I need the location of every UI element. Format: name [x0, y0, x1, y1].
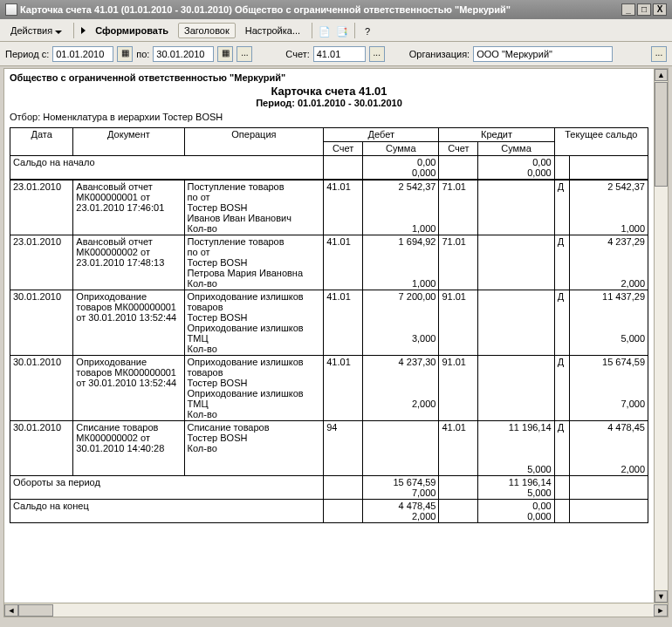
end-d: 4 478,452,000 [363, 500, 439, 523]
start-c: 0,000,000 [478, 156, 554, 181]
report-area: Общество с ограниченной ответственностью… [3, 68, 669, 617]
col-op: Операция [184, 128, 324, 156]
minimize-button[interactable]: _ [621, 3, 635, 16]
table-row[interactable]: 30.01.2010Оприходование товаров МК000000… [10, 356, 648, 421]
save-icon[interactable]: 📄 [318, 24, 332, 37]
scroll-down-icon[interactable]: ▼ [655, 590, 668, 603]
acct-input[interactable] [313, 46, 366, 62]
calendar-from-icon[interactable]: ▦ [117, 46, 133, 62]
report-period: Период: 01.01.2010 - 30.01.2010 [10, 98, 648, 108]
header-button[interactable]: Заголовок [178, 23, 236, 38]
maximize-button[interactable]: □ [637, 3, 651, 16]
table-row[interactable]: 23.01.2010Авансовый отчет МК000000002 от… [10, 235, 648, 290]
col-credit: Кредит [439, 128, 554, 142]
table-row[interactable]: 30.01.2010Списание товаров МК000000002 о… [10, 421, 648, 476]
doc-icon [5, 3, 17, 16]
help-icon[interactable]: ? [360, 24, 374, 37]
separator [73, 23, 74, 38]
end-balance-label: Сальдо на конец [10, 500, 324, 523]
col-d-acct: Счет [324, 142, 363, 156]
period-from-input[interactable] [52, 46, 113, 62]
dropdown-icon [55, 31, 62, 34]
acct-label: Счет: [285, 49, 309, 59]
period-ellipsis-button[interactable]: ... [237, 46, 252, 62]
col-date: Дата [10, 128, 73, 156]
window-title: Карточка счета 41.01 (01.01.2010 - 30.01… [20, 4, 620, 15]
toolbar: Действия Сформировать Заголовок Настройк… [0, 19, 672, 42]
filter-bar: Период с: ▦ по: ▦ ... Счет: ... Организа… [0, 42, 672, 66]
play-icon [81, 27, 86, 34]
col-balance: Текущее сальдо [554, 128, 648, 156]
scroll-left-icon[interactable]: ◄ [4, 604, 18, 617]
acct-ellipsis-button[interactable]: ... [369, 46, 385, 62]
titlebar: Карточка счета 41.01 (01.01.2010 - 30.01… [0, 0, 672, 19]
col-doc: Документ [73, 128, 184, 156]
report-title: Карточка счета 41.01 [10, 85, 648, 98]
actions-menu[interactable]: Действия [4, 23, 68, 38]
col-debit: Дебет [324, 128, 439, 142]
vertical-scrollbar[interactable]: ▲ ▼ [654, 69, 668, 603]
start-d: 0,000,000 [363, 156, 439, 181]
col-c-sum: Сумма [478, 142, 554, 156]
period-to-label: по: [136, 49, 149, 59]
org-input[interactable] [473, 46, 613, 62]
col-d-sum: Сумма [363, 142, 439, 156]
turnover-label: Обороты за период [10, 476, 324, 500]
close-button[interactable]: X [653, 3, 667, 16]
calendar-to-icon[interactable]: ▦ [217, 46, 233, 62]
turnover-d: 15 674,597,000 [363, 476, 439, 500]
horizontal-scrollbar[interactable]: ◄ ► [4, 603, 668, 617]
bookmark-icon[interactable]: 📑 [335, 24, 349, 37]
vscroll-thumb[interactable] [655, 82, 668, 187]
table-row[interactable]: 30.01.2010Оприходование товаров МК000000… [10, 290, 648, 356]
period-from-label: Период с: [5, 49, 49, 59]
separator [312, 23, 312, 38]
col-c-acct: Счет [439, 142, 478, 156]
hscroll-track[interactable] [18, 604, 654, 617]
vscroll-track[interactable] [655, 82, 668, 590]
separator [354, 23, 355, 38]
table-row[interactable]: 23.01.2010Авансовый отчет МК000000001 от… [10, 180, 648, 235]
actions-label: Действия [10, 25, 52, 36]
start-balance-label: Сальдо на начало [10, 156, 324, 181]
form-button[interactable]: Сформировать [89, 23, 175, 38]
turnover-c: 11 196,145,000 [478, 476, 554, 500]
hscroll-thumb[interactable] [18, 604, 53, 617]
scroll-right-icon[interactable]: ► [654, 604, 668, 617]
period-to-input[interactable] [153, 46, 214, 62]
report-grid: Дата Документ Операция Дебет Кредит Теку… [10, 127, 648, 523]
report-selection: Отбор: Номенклатура в иерархии Тостер BO… [10, 112, 648, 122]
org-label: Организация: [409, 49, 470, 59]
org-ellipsis-button[interactable]: ... [651, 46, 667, 62]
scroll-up-icon[interactable]: ▲ [655, 69, 668, 81]
end-c: 0,000,000 [478, 500, 554, 523]
company-name: Общество с ограниченной ответственностью… [10, 72, 648, 83]
settings-button[interactable]: Настройка... [239, 23, 306, 38]
